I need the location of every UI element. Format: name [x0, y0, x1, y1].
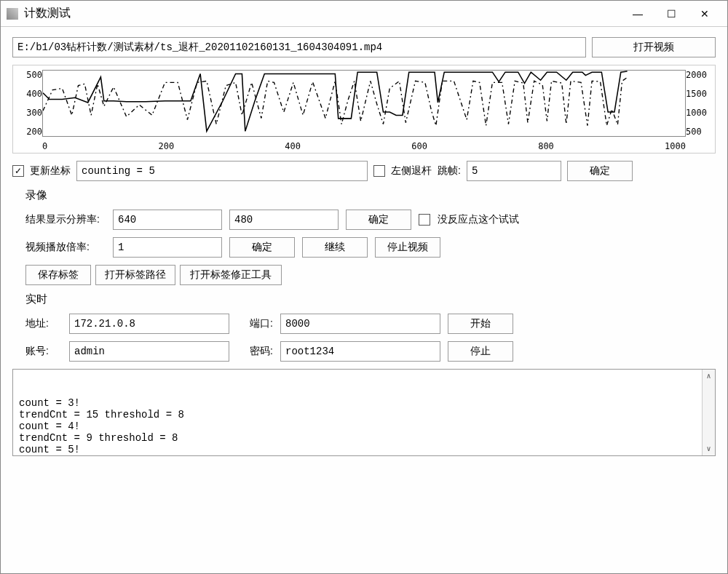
scroll-down-icon[interactable]: ∨	[703, 442, 715, 455]
app-window: 计数测试 — ☐ ✕ 打开视频 500 400 300 200 2000 150…	[0, 0, 728, 574]
options-confirm-button[interactable]: 确定	[567, 161, 633, 181]
port-label: 端口:	[237, 317, 273, 330]
realtime-stop-button[interactable]: 停止	[448, 341, 513, 362]
open-label-path-button[interactable]: 打开标签路径	[95, 265, 175, 285]
log-scrollbar[interactable]: ∧ ∨	[702, 370, 715, 455]
addr-input[interactable]	[69, 314, 229, 334]
playrate-input[interactable]	[113, 237, 222, 258]
minimize-button[interactable]: —	[621, 3, 654, 25]
close-button[interactable]: ✕	[688, 3, 721, 25]
skip-frame-label: 跳帧:	[438, 164, 461, 178]
playrate-confirm-button[interactable]: 确定	[229, 237, 295, 258]
log-output[interactable]: count = 3! trendCnt = 15 threshold = 8 c…	[12, 369, 716, 456]
app-icon	[7, 8, 18, 20]
save-label-button[interactable]: 保存标签	[25, 265, 91, 285]
resolution-row: 结果显示分辨率: 确定 没反应点这个试试	[12, 210, 716, 230]
options-row: 更新坐标 左侧退杆 跳帧: 确定	[12, 161, 716, 181]
playrate-label: 视频播放倍率:	[25, 241, 106, 254]
y-axis-right: 2000 1500 1000 500	[686, 70, 713, 137]
pwd-input[interactable]	[280, 341, 440, 362]
recording-section-label: 录像	[12, 188, 716, 202]
continue-button[interactable]: 继续	[302, 237, 368, 258]
chart: 500 400 300 200 2000 1500 1000 500 0 200…	[12, 65, 716, 154]
resolution-label: 结果显示分辨率:	[25, 213, 106, 226]
acct-input[interactable]	[69, 341, 229, 362]
open-video-button[interactable]: 打开视频	[592, 37, 716, 57]
counting-input[interactable]	[76, 161, 368, 181]
addr-label: 地址:	[25, 317, 62, 330]
scroll-up-icon[interactable]: ∧	[703, 370, 715, 383]
update-coords-label: 更新坐标	[30, 164, 71, 178]
left-retreat-label: 左侧退杆	[391, 164, 432, 178]
realtime-section-label: 实时	[12, 292, 716, 306]
stop-video-button[interactable]: 停止视频	[375, 237, 440, 258]
no-response-label: 没反应点这个试试	[438, 213, 519, 226]
update-coords-checkbox[interactable]	[12, 165, 24, 177]
log-text: count = 3! trendCnt = 15 threshold = 8 c…	[19, 397, 709, 455]
playrate-row: 视频播放倍率: 确定 继续 停止视频	[12, 237, 716, 258]
port-input[interactable]	[280, 314, 440, 334]
realtime-addr-row: 地址: 端口: 开始	[12, 314, 716, 334]
titlebar: 计数测试 — ☐ ✕	[1, 1, 727, 27]
acct-label: 账号:	[25, 345, 62, 358]
res-width-input[interactable]	[113, 210, 222, 230]
left-retreat-checkbox[interactable]	[373, 165, 385, 177]
window-title: 计数测试	[24, 6, 71, 21]
realtime-acct-row: 账号: 密码: 停止	[12, 341, 716, 362]
file-path-input[interactable]	[12, 37, 586, 57]
realtime-start-button[interactable]: 开始	[448, 314, 513, 334]
x-axis: 0 200 400 600 800 1000	[42, 141, 686, 151]
pwd-label: 密码:	[237, 345, 273, 358]
chart-plot-area	[42, 70, 686, 137]
no-response-checkbox[interactable]	[419, 214, 430, 226]
res-height-input[interactable]	[229, 210, 339, 230]
label-buttons-row: 保存标签 打开标签路径 打开标签修正工具	[12, 265, 716, 285]
y-axis-left: 500 400 300 200	[15, 70, 42, 137]
file-row: 打开视频	[12, 37, 716, 57]
resolution-confirm-button[interactable]: 确定	[346, 210, 411, 230]
skip-frame-input[interactable]	[467, 161, 561, 181]
maximize-button[interactable]: ☐	[654, 3, 688, 25]
open-fix-tool-button[interactable]: 打开标签修正工具	[180, 265, 282, 285]
